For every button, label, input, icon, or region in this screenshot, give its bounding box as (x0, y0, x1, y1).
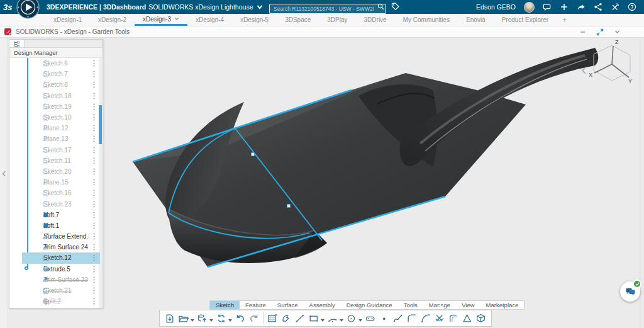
kebab-menu-icon[interactable] (89, 60, 99, 67)
tree-item-sketch-21[interactable]: Sketch.21 (9, 285, 103, 296)
tree-item-sketch-6[interactable]: Sketch.6 (9, 58, 103, 69)
dashboard-tab-3dspace[interactable]: 3DSpace (277, 14, 319, 26)
tree-item-sketch-7[interactable]: Sketch.7 (9, 69, 103, 79)
kebab-menu-icon[interactable] (89, 201, 99, 208)
circle-dropdown-caret[interactable] (358, 319, 362, 322)
tree-item-sketch-10[interactable]: Sketch.10 (9, 112, 103, 123)
kebab-menu-icon[interactable] (89, 287, 99, 294)
dashboard-tab-xdesign-3[interactable]: xDesign-3 (135, 14, 187, 26)
messaging-button[interactable] (620, 281, 640, 302)
update-dropdown-caret[interactable] (228, 319, 232, 322)
ribbon-tab-assembly[interactable]: Assembly (304, 301, 341, 309)
kebab-menu-icon[interactable] (89, 93, 99, 99)
insert-component-button[interactable] (163, 312, 177, 325)
ribbon-tab-design-guidance[interactable]: Design Guidance (341, 301, 398, 309)
fullscreen-icon[interactable] (596, 28, 604, 36)
tree-item-plane-13[interactable]: Plane.13 (9, 133, 103, 144)
update-button[interactable] (214, 312, 228, 325)
dashboard-tab-xdesign-5[interactable]: xDesign-5 (232, 14, 277, 26)
redo-button[interactable] (247, 312, 261, 325)
add-content-icon[interactable] (560, 3, 569, 11)
convert-entities-button[interactable] (474, 312, 488, 325)
kebab-menu-icon[interactable] (89, 71, 99, 77)
tree-item-sketch-16[interactable]: Sketch.16 (9, 188, 103, 198)
fillet-button[interactable] (419, 312, 433, 325)
chevron-down-icon[interactable] (614, 28, 621, 35)
save-dropdown-caret[interactable] (209, 319, 213, 322)
ribbon-tab-sketch[interactable]: Sketch (210, 301, 240, 309)
open-dropdown-caret[interactable] (191, 319, 194, 322)
tree-item-sketch-17[interactable]: Sketch.17 (9, 145, 103, 156)
save-button[interactable] (196, 312, 209, 325)
kebab-menu-icon[interactable] (89, 276, 99, 283)
ribbon-tab-marketplace[interactable]: Marketplace (480, 301, 525, 309)
mirror-entities-button[interactable] (460, 312, 474, 325)
search-input[interactable] (269, 4, 386, 14)
trim-entities-button[interactable] (433, 312, 447, 325)
tree-item-loft-1[interactable]: Loft.1 (9, 220, 103, 231)
dashboard-tab-3dplay[interactable]: 3DPlay (319, 14, 355, 26)
user-name[interactable]: Edson GEBO (476, 3, 516, 11)
tree-item-sketch-8[interactable]: Sketch.8 (9, 79, 103, 90)
corner-rectangle-button[interactable] (405, 312, 419, 325)
search-icon[interactable] (377, 3, 384, 10)
ribbon-tab-surface[interactable]: Surface (272, 301, 304, 309)
arc-button[interactable] (326, 312, 340, 325)
tree-item-sketch-18[interactable]: Sketch.18 (9, 91, 103, 101)
kebab-menu-icon[interactable] (89, 212, 99, 218)
tree-item-sketch-19[interactable]: Sketch.19 (9, 101, 103, 112)
chevron-down-icon[interactable] (174, 16, 179, 21)
tree-item-sketch-11[interactable]: Sketch.11 (9, 156, 103, 166)
kebab-menu-icon[interactable] (89, 244, 99, 251)
kebab-menu-icon[interactable] (89, 103, 99, 110)
kebab-menu-icon[interactable] (89, 81, 99, 88)
kebab-menu-icon[interactable] (89, 168, 99, 175)
tree-item-plane-15[interactable]: Plane.15 (9, 177, 103, 188)
tree-item-trim-surface-24[interactable]: Trim Surface.24 (9, 242, 103, 252)
ribbon-tab-view[interactable]: View (456, 301, 480, 309)
tree-item-plane-12[interactable]: Plane.12 (9, 123, 103, 133)
new-tab-button[interactable]: + (557, 14, 572, 26)
ribbon-tab-feature[interactable]: Feature (240, 301, 272, 309)
tree-item-extrude-5[interactable]: Extrude.5 (9, 264, 103, 274)
kebab-menu-icon[interactable] (89, 147, 99, 154)
freeform-sketch-button[interactable] (279, 312, 293, 325)
tree-item-sketch-23[interactable]: Sketch.23 (9, 198, 103, 209)
chevron-down-icon[interactable] (255, 3, 264, 11)
polyline-button[interactable] (391, 312, 405, 325)
design-manager-tab[interactable] (9, 40, 25, 47)
dashboard-tab-product-explorer[interactable]: Product Explorer (494, 14, 557, 26)
undo-button[interactable] (233, 312, 247, 325)
slot-button[interactable] (364, 312, 377, 325)
tree-item-sketch-20[interactable]: Sketch.20 (9, 166, 103, 177)
line-button[interactable] (293, 312, 307, 325)
collapse-left-icon[interactable] (1, 170, 7, 178)
rollback-marker[interactable] (25, 266, 28, 270)
offset-entities-button[interactable] (447, 312, 460, 325)
kebab-menu-icon[interactable] (89, 157, 99, 164)
kebab-menu-icon[interactable] (89, 222, 99, 229)
sketch-on-plane-button[interactable] (265, 312, 279, 325)
dashboard-tab-3ddrive[interactable]: 3DDrive (356, 14, 395, 26)
rectangle-button[interactable] (307, 312, 321, 325)
open-button[interactable] (177, 312, 191, 325)
tree-item-surface-extend-3[interactable]: Surface Extend.3 (9, 231, 103, 242)
tree-item-split-2[interactable]: Split.2 (9, 296, 103, 307)
point-button[interactable] (377, 312, 391, 325)
ribbon-tab-tools[interactable]: Tools (398, 301, 423, 309)
arc-dropdown-caret[interactable] (340, 319, 343, 322)
kebab-menu-icon[interactable] (89, 298, 99, 305)
kebab-menu-icon[interactable] (89, 125, 99, 132)
dashboard-tab-enovia[interactable]: Enovia (458, 14, 494, 26)
tree-item-trim-surface-23[interactable]: Trim Surface.23 (9, 274, 103, 285)
kebab-menu-icon[interactable] (89, 233, 99, 240)
ribbon-collapse-icon[interactable] (436, 300, 447, 309)
circle-button[interactable] (345, 312, 358, 325)
tree-item-loft-7[interactable]: Loft.7 (9, 210, 103, 220)
kebab-menu-icon[interactable] (89, 135, 99, 142)
kebab-menu-icon[interactable] (89, 179, 99, 186)
dashboard-tab-xdesign-2[interactable]: xDesign-2 (90, 14, 135, 26)
kebab-menu-icon[interactable] (89, 189, 99, 196)
dashboard-tab-xdesign-4[interactable]: xDesign-4 (187, 14, 232, 26)
rectangle-dropdown-caret[interactable] (321, 319, 325, 322)
